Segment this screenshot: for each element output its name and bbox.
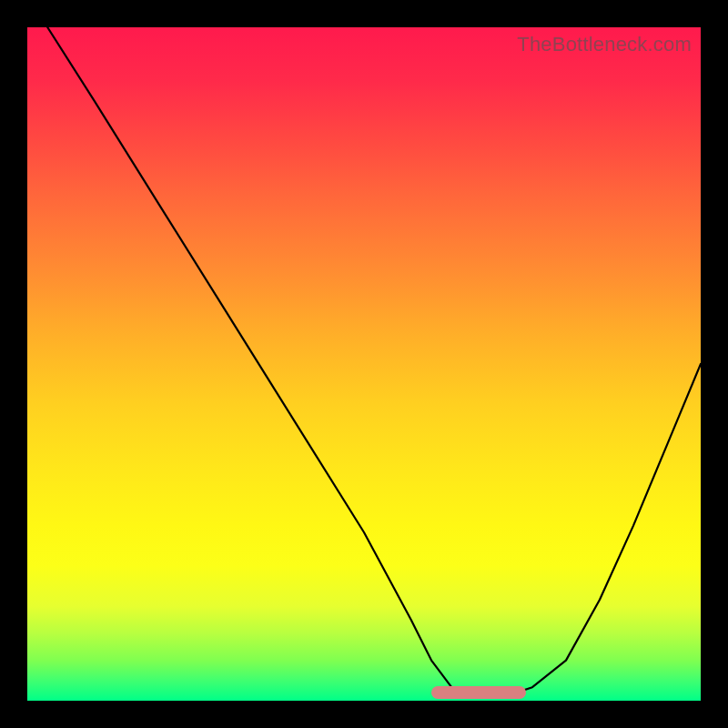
bottleneck-curve [27, 27, 701, 701]
plot-area: TheBottleneck.com [27, 27, 701, 701]
chart-frame: TheBottleneck.com [0, 0, 728, 728]
flat-region-marker [431, 686, 526, 699]
curve-path [47, 27, 701, 694]
